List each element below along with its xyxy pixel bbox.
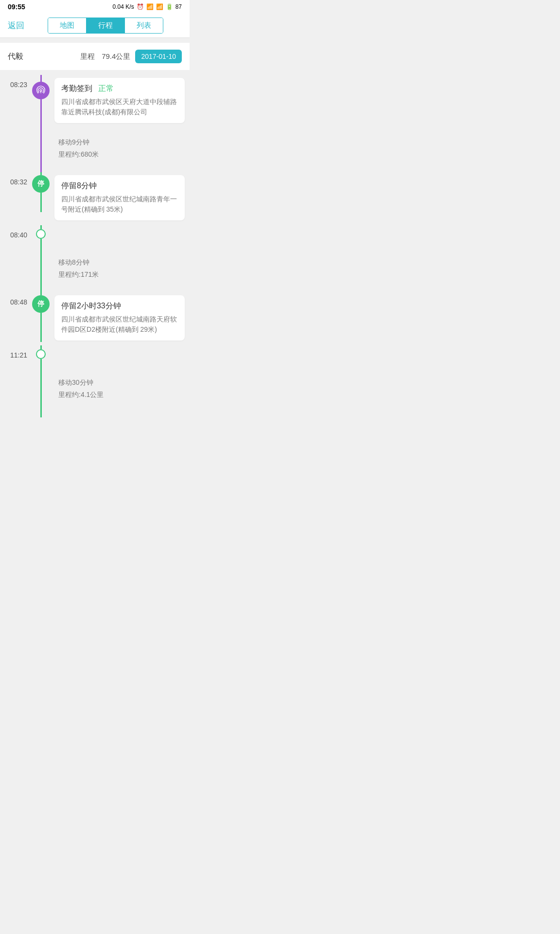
time-move2: [0, 249, 31, 292]
move-3: 移动30分钟 里程约:4.1公里: [0, 369, 190, 417]
battery-icon: 🔋: [166, 3, 173, 10]
speed-indicator: 0.04 K/s: [113, 3, 134, 10]
move2-info: 移动8分钟 里程约:171米: [54, 251, 185, 286]
move2-content: 移动8分钟 里程约:171米: [51, 249, 190, 292]
move-1: 移动9分钟 里程约:680米: [0, 128, 190, 172]
time-0840: 08:40: [0, 225, 31, 239]
top-nav: 返回 地图 行程 列表: [0, 14, 190, 38]
tab-trip[interactable]: 行程: [87, 18, 125, 33]
status-icons: 0.04 K/s ⏰ 📶 📶 🔋 87: [113, 3, 182, 10]
tab-map[interactable]: 地图: [48, 18, 87, 33]
stop1-end-node: [36, 229, 46, 239]
checkin-title: 考勤签到 正常: [61, 84, 178, 94]
move-2: 移动8分钟 里程约:171米: [0, 249, 190, 292]
event-stop2-end: 11:21: [0, 345, 190, 369]
status-bar: 09:55 0.04 K/s ⏰ 📶 📶 🔋 87: [0, 0, 190, 14]
wifi-icon: 📶: [146, 3, 154, 10]
battery-level: 87: [175, 3, 182, 10]
status-time: 09:55: [8, 3, 25, 11]
line-col-checkin: [31, 75, 51, 128]
line-col-stop1: 停: [31, 172, 51, 212]
stop2-address: 四川省成都市武侯区世纪城南路天府软件园D区D2楼附近(精确到 29米): [61, 314, 178, 335]
tab-list[interactable]: 列表: [125, 18, 163, 33]
line-col-stop2-end: [31, 345, 51, 369]
move3-duration: 移动30分钟: [58, 377, 181, 389]
time-1121: 11:21: [0, 345, 31, 359]
event-stop1: 08:32 停 停留8分钟 四川省成都市武侯区世纪城南路青年一号附近(精确到 3…: [0, 172, 190, 225]
clock-icon: ⏰: [137, 3, 144, 10]
move2-duration: 移动8分钟: [58, 256, 181, 269]
time-move3: [0, 369, 31, 417]
mileage-label: 里程: [80, 52, 95, 61]
move1-info: 移动9分钟 里程约:680米: [54, 131, 185, 165]
stop1-address: 四川省成都市武侯区世纪城南路青年一号附近(精确到 35米): [61, 194, 178, 215]
signal-icon: 📶: [156, 3, 163, 10]
event-stop2: 08:48 停 停留2小时33分钟 四川省成都市武侯区世纪城南路天府软件园D区D…: [0, 292, 190, 345]
stop2-end-node: [36, 349, 46, 359]
time-0823: 08:23: [0, 75, 31, 89]
checkin-status: 正常: [98, 84, 114, 92]
timeline: 08:23 考勤签到 正常: [0, 70, 190, 422]
stop1-end-spacer: [51, 225, 190, 235]
date-badge: 2017-01-10: [135, 50, 182, 63]
stop1-content: 停留8分钟 四川省成都市武侯区世纪城南路青年一号附近(精确到 35米): [51, 172, 190, 225]
move3-content: 移动30分钟 里程约:4.1公里: [51, 369, 190, 417]
move1-content: 移动9分钟 里程约:680米: [51, 128, 190, 172]
move1-duration: 移动9分钟: [58, 136, 181, 148]
tab-group: 地图 行程 列表: [48, 18, 163, 34]
time-move1: [0, 128, 31, 172]
move1-distance: 里程约:680米: [58, 148, 181, 161]
line-move3: [31, 369, 51, 417]
stop2-content: 停留2小时33分钟 四川省成都市武侯区世纪城南路天府软件园D区D2楼附近(精确到…: [51, 292, 190, 345]
stop2-end-spacer: [51, 345, 190, 355]
move2-distance: 里程约:171米: [58, 269, 181, 281]
stop2-title: 停留2小时33分钟: [61, 301, 178, 311]
time-0832: 08:32: [0, 172, 31, 186]
event-stop1-end: 08:40: [0, 225, 190, 249]
event-checkin: 08:23 考勤签到 正常: [0, 75, 190, 128]
checkin-address: 四川省成都市武侯区天府大道中段辅路靠近腾讯科技(成都)有限公司: [61, 97, 178, 117]
move3-distance: 里程约:4.1公里: [58, 389, 181, 401]
move3-info: 移动30分钟 里程约:4.1公里: [54, 372, 185, 406]
line-move2: [31, 249, 51, 292]
stop2-card: 停留2小时33分钟 四川省成都市武侯区世纪城南路天府软件园D区D2楼附近(精确到…: [54, 295, 185, 341]
checkin-node: [32, 82, 50, 99]
mileage-value: 79.4公里: [102, 52, 130, 61]
checkin-card: 考勤签到 正常 四川省成都市武侯区天府大道中段辅路靠近腾讯科技(成都)有限公司: [54, 78, 185, 123]
line-move1: [31, 128, 51, 172]
info-bar: 代毅 里程 79.4公里 2017-01-10: [0, 43, 190, 70]
stop2-node: 停: [32, 295, 50, 313]
time-0848: 08:48: [0, 292, 31, 306]
line-col-stop2: 停: [31, 292, 51, 342]
checkin-content: 考勤签到 正常 四川省成都市武侯区天府大道中段辅路靠近腾讯科技(成都)有限公司: [51, 75, 190, 128]
back-button[interactable]: 返回: [8, 20, 24, 31]
stop1-title: 停留8分钟: [61, 181, 178, 191]
driver-name: 代毅: [8, 52, 75, 62]
stop1-card: 停留8分钟 四川省成都市武侯区世纪城南路青年一号附近(精确到 35米): [54, 175, 185, 220]
stop1-node: 停: [32, 175, 50, 193]
line-col-stop1-end: [31, 225, 51, 249]
